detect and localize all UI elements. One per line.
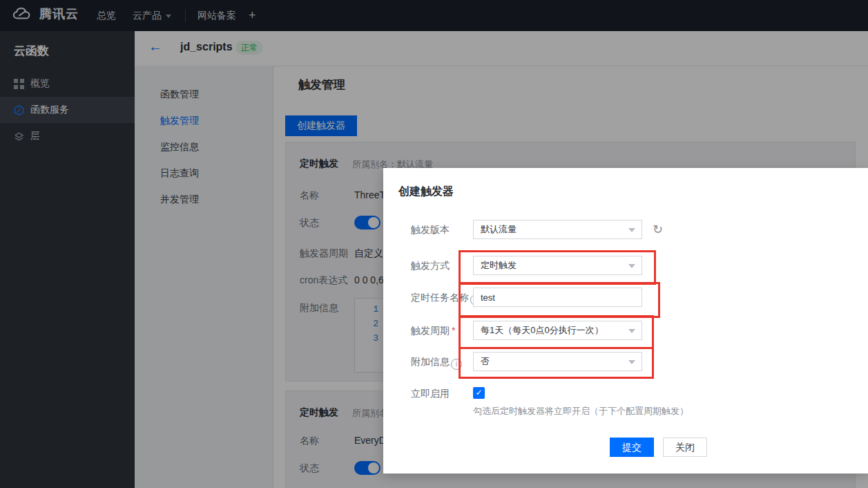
trigger-period-select[interactable]: 每1天（每天0点0分执行一次） bbox=[473, 321, 642, 340]
method-label: 触发方式 bbox=[411, 256, 450, 275]
info-icon[interactable]: i bbox=[451, 359, 462, 370]
chevron-down-icon bbox=[628, 264, 635, 268]
submit-button[interactable]: 提交 bbox=[610, 438, 654, 457]
chevron-down-icon bbox=[628, 329, 635, 333]
create-trigger-modal: 创建触发器 触发版本 默认流量 触发方式 定时触发 定时任务名称i* 触发周期*… bbox=[383, 168, 868, 473]
extra-info-select[interactable]: 否 bbox=[473, 352, 642, 371]
enable-now-hint: 勾选后定时触发器将立即开启（于下个配置周期触发） bbox=[473, 405, 688, 417]
trigger-method-select[interactable]: 定时触发 bbox=[473, 256, 642, 275]
enable-now-checkbox[interactable] bbox=[473, 387, 485, 399]
modal-title: 创建触发器 bbox=[398, 185, 454, 199]
version-select[interactable]: 默认流量 bbox=[473, 220, 642, 239]
version-label: 触发版本 bbox=[411, 220, 450, 239]
close-button[interactable]: 关闭 bbox=[663, 438, 707, 457]
chevron-down-icon bbox=[628, 228, 635, 232]
extra-info-label: 附加信息i bbox=[411, 352, 462, 371]
task-name-input[interactable] bbox=[473, 288, 642, 307]
refresh-icon[interactable] bbox=[653, 220, 666, 239]
enable-now-label: 立即启用 bbox=[411, 384, 450, 403]
chevron-down-icon bbox=[628, 360, 635, 364]
required-star: * bbox=[452, 325, 455, 336]
trigger-period-label: 触发周期* bbox=[411, 321, 455, 340]
